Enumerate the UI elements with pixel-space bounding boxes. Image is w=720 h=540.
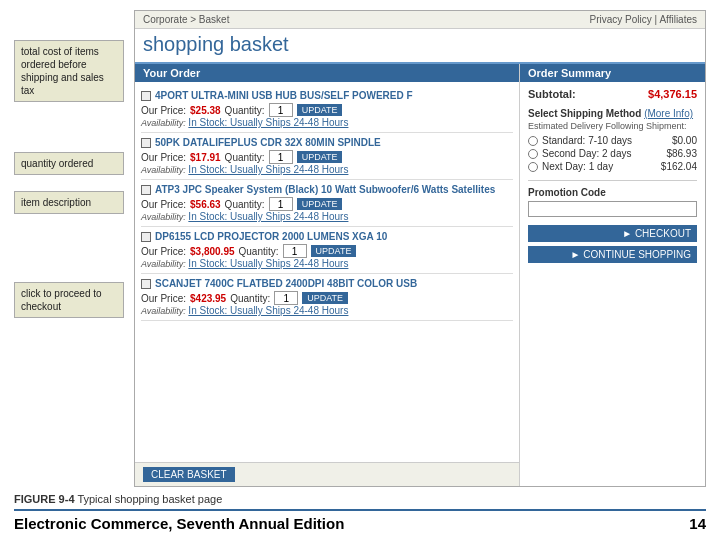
price-value-2: $17.91	[190, 152, 221, 163]
qty-label-4: Quantity:	[239, 246, 279, 257]
annotation-total-cost: total cost of items ordered before shipp…	[14, 40, 124, 102]
shipping-label-second: Second Day: 2 days	[542, 148, 662, 159]
privacy-links[interactable]: Privacy Policy | Affiliates	[590, 14, 697, 25]
availability-5: Availability: In Stock: Usually Ships 24…	[141, 305, 513, 316]
qty-input-5[interactable]	[274, 291, 298, 305]
table-row: SCANJET 7400C FLATBED 2400DPI 48BIT COLO…	[141, 274, 513, 321]
shipping-price-standard: $0.00	[672, 135, 697, 146]
availability-3: Availability: In Stock: Usually Ships 24…	[141, 211, 513, 222]
availability-1: Availability: In Stock: Usually Ships 24…	[141, 117, 513, 128]
promo-label: Promotion Code	[528, 187, 606, 198]
top-nav: Corporate > Basket Privacy Policy | Affi…	[135, 11, 705, 29]
shipping-label-next: Next Day: 1 day	[542, 161, 657, 172]
price-value-4: $3,800.95	[190, 246, 235, 257]
avail-link-5[interactable]: In Stock: Usually Ships 24-48 Hours	[188, 305, 348, 316]
price-value-5: $423.95	[190, 293, 226, 304]
item-checkbox-5[interactable]	[141, 279, 151, 289]
table-row: 50PK DATALIFEPLUS CDR 32X 80MIN SPINDLE …	[141, 133, 513, 180]
shipping-radio-next[interactable]	[528, 162, 538, 172]
subtotal-label: Subtotal:	[528, 88, 576, 100]
qty-input-3[interactable]	[269, 197, 293, 211]
price-label-3: Our Price:	[141, 199, 186, 210]
item-detail-3: Our Price: $56.63 Quantity: UPDATE	[141, 197, 513, 211]
promo-input[interactable]	[528, 201, 697, 217]
item-title-4: DP6155 LCD PROJECTOR 2000 LUMENS XGA 10	[141, 231, 513, 242]
annotation-quantity-ordered: quantity ordered	[14, 152, 124, 175]
avail-link-4[interactable]: In Stock: Usually Ships 24-48 Hours	[188, 258, 348, 269]
footer-page: 14	[689, 515, 706, 532]
continue-shopping-button[interactable]: ► CONTINUE SHOPPING	[528, 246, 697, 263]
annotation-item-description: item description	[14, 191, 124, 214]
subtotal-row: Subtotal: $4,376.15	[528, 88, 697, 100]
availability-4: Availability: In Stock: Usually Ships 24…	[141, 258, 513, 269]
update-button-4[interactable]: UPDATE	[311, 245, 357, 257]
order-summary-section: Order Summary Subtotal: $4,376.15 Select…	[520, 64, 705, 486]
figure-label: FIGURE 9-4	[14, 493, 75, 505]
breadcrumb: Corporate > Basket	[143, 14, 229, 25]
table-row: DP6155 LCD PROJECTOR 2000 LUMENS XGA 10 …	[141, 227, 513, 274]
order-items-list: 4PORT ULTRA-MINI USB HUB BUS/SELF POWERE…	[135, 82, 519, 462]
shipping-option-standard: Standard: 7-10 days $0.00	[528, 135, 697, 146]
qty-input-2[interactable]	[269, 150, 293, 164]
qty-label-2: Quantity:	[225, 152, 265, 163]
qty-label-3: Quantity:	[225, 199, 265, 210]
price-label-5: Our Price:	[141, 293, 186, 304]
more-info-link[interactable]: (More Info)	[644, 108, 693, 119]
item-checkbox-3[interactable]	[141, 185, 151, 195]
promo-section: Promotion Code	[528, 180, 697, 217]
your-order-header: Your Order	[135, 64, 519, 82]
price-label-1: Our Price:	[141, 105, 186, 116]
shipping-label-standard: Standard: 7-10 days	[542, 135, 668, 146]
table-row: 4PORT ULTRA-MINI USB HUB BUS/SELF POWERE…	[141, 86, 513, 133]
order-summary-header: Order Summary	[520, 64, 705, 82]
clear-basket-bar: CLEAR BASKET	[135, 462, 519, 486]
figure-caption: FIGURE 9-4 Typical shopping basket page	[14, 493, 706, 505]
shipping-method-header: Select Shipping Method (More Info)	[528, 108, 697, 119]
price-value-1: $25.38	[190, 105, 221, 116]
qty-label-5: Quantity:	[230, 293, 270, 304]
basket-title-bar: shopping basket	[135, 29, 705, 64]
price-label-4: Our Price:	[141, 246, 186, 257]
table-row: ATP3 JPC Speaker System (Black) 10 Watt …	[141, 180, 513, 227]
page-wrapper: total cost of items ordered before shipp…	[0, 0, 720, 540]
bottom-section: FIGURE 9-4 Typical shopping basket page …	[14, 487, 706, 534]
item-detail-1: Our Price: $25.38 Quantity: UPDATE	[141, 103, 513, 117]
item-detail-2: Our Price: $17.91 Quantity: UPDATE	[141, 150, 513, 164]
estimated-delivery-label: Estimated Delivery Following Shipment:	[528, 121, 697, 131]
main-content: total cost of items ordered before shipp…	[14, 10, 706, 487]
shipping-price-next: $162.04	[661, 161, 697, 172]
figure-caption-text: Typical shopping basket page	[77, 493, 222, 505]
item-checkbox-4[interactable]	[141, 232, 151, 242]
item-title-2: 50PK DATALIFEPLUS CDR 32X 80MIN SPINDLE	[141, 137, 513, 148]
item-detail-4: Our Price: $3,800.95 Quantity: UPDATE	[141, 244, 513, 258]
availability-2: Availability: In Stock: Usually Ships 24…	[141, 164, 513, 175]
qty-input-1[interactable]	[269, 103, 293, 117]
summary-body: Subtotal: $4,376.15 Select Shipping Meth…	[520, 82, 705, 486]
your-order-section: Your Order 4PORT ULTRA-MINI USB HUB BUS/…	[135, 64, 520, 486]
basket-area: Corporate > Basket Privacy Policy | Affi…	[134, 10, 706, 487]
item-checkbox-1[interactable]	[141, 91, 151, 101]
footer-title: Electronic Commerce, Seventh Annual Edit…	[14, 515, 344, 532]
update-button-3[interactable]: UPDATE	[297, 198, 343, 210]
avail-link-1[interactable]: In Stock: Usually Ships 24-48 Hours	[188, 117, 348, 128]
subtotal-value: $4,376.15	[648, 88, 697, 100]
shipping-radio-second[interactable]	[528, 149, 538, 159]
update-button-1[interactable]: UPDATE	[297, 104, 343, 116]
avail-link-2[interactable]: In Stock: Usually Ships 24-48 Hours	[188, 164, 348, 175]
shipping-option-second: Second Day: 2 days $86.93	[528, 148, 697, 159]
footer-bar: Electronic Commerce, Seventh Annual Edit…	[14, 509, 706, 532]
qty-label-1: Quantity:	[225, 105, 265, 116]
shipping-option-next: Next Day: 1 day $162.04	[528, 161, 697, 172]
annotation-click-checkout: click to proceed to checkout	[14, 282, 124, 318]
avail-link-3[interactable]: In Stock: Usually Ships 24-48 Hours	[188, 211, 348, 222]
item-title-5: SCANJET 7400C FLATBED 2400DPI 48BIT COLO…	[141, 278, 513, 289]
shipping-radio-standard[interactable]	[528, 136, 538, 146]
checkout-button[interactable]: ► CHECKOUT	[528, 225, 697, 242]
update-button-5[interactable]: UPDATE	[302, 292, 348, 304]
annotations-column: total cost of items ordered before shipp…	[14, 10, 124, 487]
item-checkbox-2[interactable]	[141, 138, 151, 148]
basket-title: shopping basket	[143, 33, 289, 55]
clear-basket-button[interactable]: CLEAR BASKET	[143, 467, 235, 482]
update-button-2[interactable]: UPDATE	[297, 151, 343, 163]
qty-input-4[interactable]	[283, 244, 307, 258]
